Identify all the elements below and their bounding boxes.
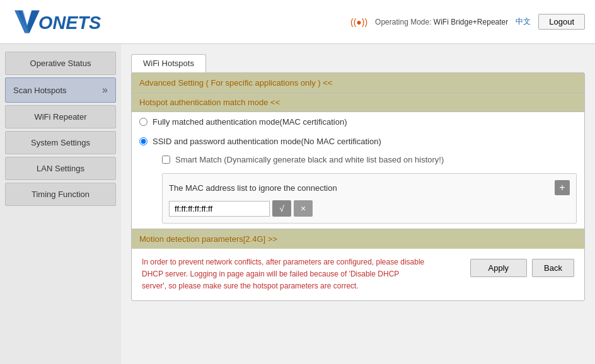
sidebar-item-lan-settings[interactable]: LAN Settings (5, 157, 116, 180)
back-button[interactable]: Back (532, 259, 574, 277)
radio-full-match[interactable] (139, 118, 147, 126)
bottom-section: In order to prevent network conflicts, a… (132, 249, 584, 300)
smart-match-label: Smart Match (Dynamically generate black … (175, 155, 444, 164)
logout-button[interactable]: Logout (538, 14, 585, 30)
content-area: WiFi Hotspots Advanced Setting ( For spe… (121, 44, 595, 364)
operating-mode-value: WiFi Bridge+Repeater (434, 18, 508, 26)
radio-ssid-match-label: SSID and password authentication mode(No… (153, 137, 381, 146)
main-panel: Advanced Setting ( For specific applicat… (131, 72, 585, 301)
chevron-right-icon: » (102, 84, 108, 96)
sidebar-item-system-settings[interactable]: System Settings (5, 131, 116, 154)
motion-detection-header[interactable]: Motion detection parameters[2.4G] >> (132, 229, 584, 249)
mac-confirm-button[interactable]: √ (272, 200, 291, 217)
logo: ONETS (10, 8, 101, 36)
svg-text:ONETS: ONETS (38, 13, 101, 33)
radio-option-full-match[interactable]: Fully matched authentication mode(MAC ce… (132, 112, 584, 132)
mac-box-header: The MAC address list to ignore the conne… (169, 180, 570, 195)
radio-option-ssid-match[interactable]: SSID and password authentication mode(No… (132, 132, 584, 151)
tab-wifi-hotspots[interactable]: WiFi Hotspots (131, 54, 206, 72)
mac-list-label: The MAC address list to ignore the conne… (169, 183, 550, 193)
sidebar-item-wifi-repeater[interactable]: WiFi Repeater (5, 105, 116, 128)
auth-mode-header: Hotspot authentication match mode << (132, 93, 584, 112)
radio-full-match-label: Fully matched authentication mode(MAC ce… (153, 117, 347, 127)
wifi-signal-icon: ((●)) (350, 17, 367, 27)
apply-button[interactable]: Apply (470, 259, 528, 277)
header: ONETS ((●)) Operating Mode: WiFi Bridge+… (0, 0, 595, 44)
mac-input-row: √ × (169, 200, 570, 217)
sidebar-item-timing-function[interactable]: Timing Function (5, 183, 116, 206)
add-mac-button[interactable]: + (555, 180, 570, 195)
logo-svg: ONETS (10, 8, 101, 36)
smart-match-option[interactable]: Smart Match (Dynamically generate black … (132, 151, 584, 168)
sidebar-item-operative-status[interactable]: Operative Status (5, 52, 116, 75)
main-layout: Operative Status Scan Hotspots » WiFi Re… (0, 44, 595, 364)
smart-match-checkbox[interactable] (162, 156, 170, 164)
sidebar: Operative Status Scan Hotspots » WiFi Re… (0, 44, 121, 364)
mac-input[interactable] (169, 201, 270, 217)
tab-bar: WiFi Hotspots (131, 54, 585, 72)
radio-ssid-match[interactable] (139, 137, 147, 145)
header-right: ((●)) Operating Mode: WiFi Bridge+Repeat… (350, 14, 585, 30)
bottom-buttons: Apply Back (470, 259, 574, 277)
language-link[interactable]: 中文 (516, 16, 531, 27)
bottom-notice-text: In order to prevent network conflicts, a… (142, 256, 425, 293)
sidebar-item-scan-hotspots[interactable]: Scan Hotspots » (5, 77, 116, 103)
mac-address-box: The MAC address list to ignore the conne… (162, 173, 577, 224)
operating-mode-label: Operating Mode: WiFi Bridge+Repeater (375, 18, 508, 26)
advanced-setting-header[interactable]: Advanced Setting ( For specific applicat… (132, 73, 584, 93)
mac-delete-button[interactable]: × (294, 200, 313, 217)
